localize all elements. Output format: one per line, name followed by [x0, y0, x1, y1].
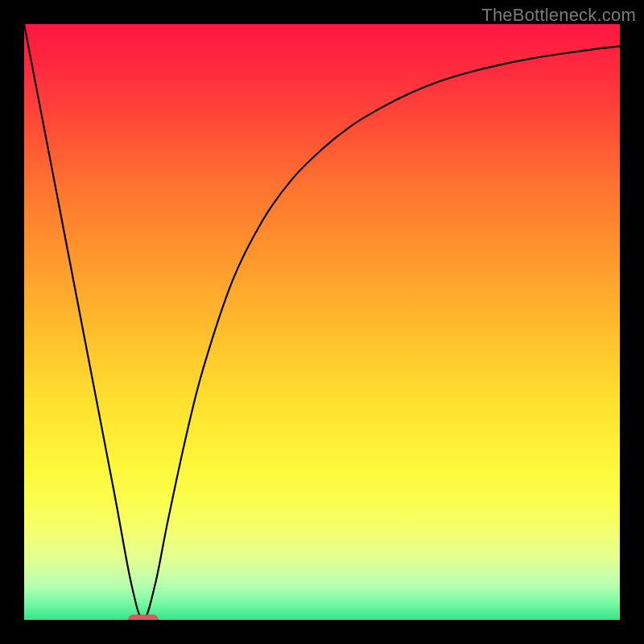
- chart-frame: TheBottleneck.com: [0, 0, 644, 644]
- curve-layer: [24, 24, 620, 620]
- watermark-text: TheBottleneck.com: [481, 5, 636, 26]
- plot-area: [24, 24, 620, 620]
- optimal-point-marker: [128, 615, 159, 621]
- bottleneck-curve: [24, 24, 620, 620]
